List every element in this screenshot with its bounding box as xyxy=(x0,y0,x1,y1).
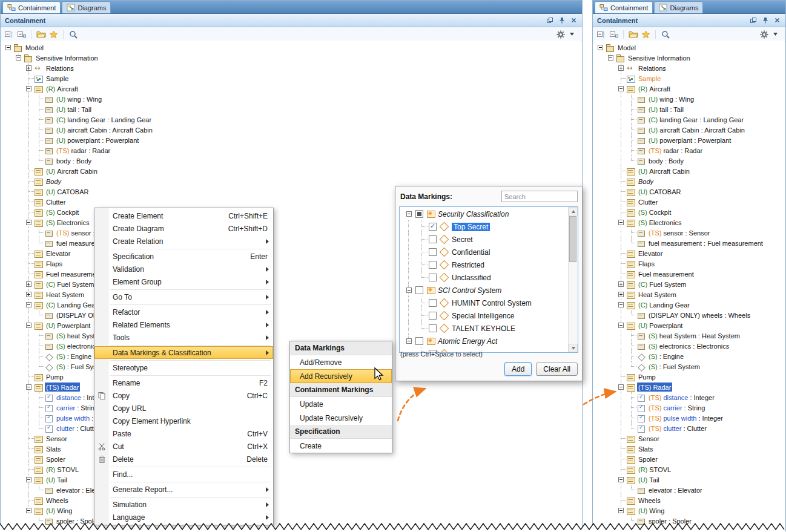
left-tree-item-r-stovl[interactable]: (R)STOVL xyxy=(1,464,581,475)
dm-item-unclassified[interactable]: Unclassified xyxy=(400,271,569,284)
right-tree-item-elevator[interactable]: elevator : Elevator xyxy=(593,485,785,495)
collapse-icon[interactable] xyxy=(26,477,31,482)
right-tree-item-body[interactable]: Body xyxy=(593,176,785,186)
right-tree-item-spoler[interactable]: spoler : Spoler xyxy=(593,516,785,526)
checkbox-empty[interactable] xyxy=(429,261,437,269)
menu-item-validation[interactable]: Validation xyxy=(94,263,273,275)
favorites-icon[interactable] xyxy=(48,29,59,40)
checkbox-empty[interactable] xyxy=(429,324,437,332)
collapse-icon[interactable] xyxy=(26,86,31,91)
collapse-icon[interactable] xyxy=(618,302,624,307)
right-tree-item-sensor[interactable]: Sensor xyxy=(593,433,785,444)
dropdown-arrow-icon[interactable] xyxy=(567,29,577,40)
right-tree-item-c-landing-gear[interactable]: (C)Landing Gear xyxy=(593,300,785,310)
right-tree-item-ts-pulse-width[interactable]: (TS)pulse width : Integer xyxy=(593,413,785,423)
submenu-item-update-recursively[interactable]: Update Recursively xyxy=(290,411,392,425)
left-tree-item-r-aircraft[interactable]: (R)Aircraft xyxy=(1,84,581,94)
float-icon[interactable] xyxy=(546,17,553,24)
dm-item-top-secret[interactable]: Top Secret xyxy=(400,220,569,233)
menu-item-create-relation[interactable]: Create Relation xyxy=(94,235,273,248)
options-icon[interactable] xyxy=(759,29,769,40)
left-tree-item-u-powerplant[interactable]: (U)powerplant : Powerplant xyxy=(1,135,581,145)
menu-item-create-diagram[interactable]: Create DiagramCtrl+Shift+D xyxy=(94,222,273,235)
collapse-icon[interactable] xyxy=(406,211,412,217)
right-tree-item-wheels[interactable]: Wheels xyxy=(593,495,785,505)
menu-item-specification[interactable]: SpecificationEnter xyxy=(94,250,273,263)
menu-item-copy-element-hyperlink[interactable]: Copy Element Hyperlink xyxy=(94,415,273,427)
pin-icon[interactable] xyxy=(761,17,769,24)
menu-item-data-markings-classification[interactable]: Data Markings & Classification xyxy=(94,346,273,359)
expand-icon[interactable] xyxy=(618,292,624,297)
expand-icon[interactable] xyxy=(26,292,31,297)
collapse-icon[interactable] xyxy=(26,384,31,390)
right-tree-item-ts-carrier[interactable]: (TS)carrier : String xyxy=(593,402,785,413)
dm-item-atomic-energy-act[interactable]: Atomic Energy Act xyxy=(400,335,569,347)
right-tree-item-sample[interactable]: Sample xyxy=(593,73,785,84)
collapse-icon[interactable] xyxy=(406,287,412,293)
right-tree-item-u-powerplant[interactable]: (U)powerplant : Powerplant xyxy=(593,135,785,145)
open-diagram-icon[interactable] xyxy=(628,29,638,40)
menu-item-generate-report[interactable]: Generate Report... xyxy=(94,483,273,496)
submenu-item-add-recursively[interactable]: Add Recursively xyxy=(290,369,392,383)
scroll-up-icon[interactable] xyxy=(569,207,578,215)
dropdown-arrow-icon[interactable] xyxy=(770,29,781,40)
collapse-icon[interactable] xyxy=(608,55,613,61)
left-tree-item-u-wing[interactable]: (U)wing : Wing xyxy=(1,94,581,104)
scroll-down-icon[interactable] xyxy=(569,344,578,352)
menu-item-go-to[interactable]: Go To xyxy=(94,291,273,303)
right-tree-item-r-aircraft[interactable]: (R)Aircraft xyxy=(593,84,785,94)
collapse-icon[interactable] xyxy=(26,302,31,307)
menu-item-copy-url[interactable]: Copy URL xyxy=(94,402,273,415)
collapse-icon[interactable] xyxy=(16,55,21,61)
menu-item-copy[interactable]: CopyCtrl+C xyxy=(94,389,273,402)
checkbox-empty[interactable] xyxy=(429,299,437,307)
menu-item-cut[interactable]: CutCtrl+X xyxy=(94,440,273,453)
scrollbar-thumb[interactable] xyxy=(569,216,576,262)
left-tree-item-body[interactable]: Body xyxy=(1,176,581,186)
collapse-selected-icon[interactable] xyxy=(609,29,619,40)
right-tree-item-ts-radar[interactable]: (TS)Radar xyxy=(593,382,785,392)
right-tree-item-heat-system[interactable]: Heat System xyxy=(593,289,785,300)
submenu-item-add-remove[interactable]: Add/Remove xyxy=(290,355,392,369)
left-tree-item-relations[interactable]: Relations xyxy=(1,63,581,73)
menu-item-tools[interactable]: Tools xyxy=(94,331,273,344)
dm-item-restricted[interactable]: Restricted xyxy=(400,258,569,271)
scrollbar[interactable] xyxy=(568,207,578,352)
favorites-icon[interactable] xyxy=(641,29,651,40)
right-tree-item-r-stovl[interactable]: (R)STOVL xyxy=(593,464,785,475)
left-tree-item-u-aircraft-cabin[interactable]: (U)Aircraft Cabin xyxy=(1,166,581,176)
left-tree-item-spoler[interactable]: Spoler xyxy=(1,454,581,464)
close-icon[interactable] xyxy=(773,17,781,24)
checkbox-empty[interactable] xyxy=(415,286,423,294)
collapse-icon[interactable] xyxy=(618,323,624,328)
collapse-icon[interactable] xyxy=(618,220,624,225)
right-tree-item-s-fuel-system[interactable]: (S): Fuel System xyxy=(593,361,785,372)
dm-item-talent-keyhole[interactable]: TALENT KEYHOLE xyxy=(400,322,569,335)
menu-item-element-group[interactable]: Element Group xyxy=(94,275,273,288)
dm-item-confidential[interactable]: Confidential xyxy=(400,246,569,258)
dm-item-secret[interactable]: Secret xyxy=(400,233,569,246)
right-tree-item-s-engine[interactable]: (S): Engine xyxy=(593,351,785,361)
menu-item-related-elements[interactable]: Related Elements xyxy=(94,318,273,331)
left-tree-item-u-tail[interactable]: (U)Tail xyxy=(1,475,581,485)
right-tree-item-u-catobar[interactable]: (U)CATOBAR xyxy=(593,186,785,197)
right-tree-item-u-tail[interactable]: (U)tail : Tail xyxy=(593,104,785,114)
right-tree-item-u-wing[interactable]: (U)Wing xyxy=(593,505,785,516)
right-tree-item-c-fuel-system[interactable]: (C)Fuel System xyxy=(593,279,785,289)
menu-item-simulation[interactable]: Simulation xyxy=(94,498,273,511)
search-icon[interactable] xyxy=(660,29,670,40)
left-tree-item-wheels[interactable]: Wheels xyxy=(1,495,581,505)
collapse-icon[interactable] xyxy=(618,477,624,482)
collapse-icon[interactable] xyxy=(618,508,624,513)
right-tree-item-spoler[interactable]: Spoler xyxy=(593,454,785,464)
right-tree-item-ts-radar[interactable]: (TS)radar : Radar xyxy=(593,145,785,156)
dm-item-special-intelligence[interactable]: Special Intelligence xyxy=(400,309,569,322)
float-icon[interactable] xyxy=(749,17,757,24)
collapse-icon[interactable] xyxy=(26,220,31,225)
left-tree-item-body[interactable]: body : Body xyxy=(1,156,581,166)
checkbox-empty[interactable] xyxy=(429,235,437,243)
options-icon[interactable] xyxy=(555,29,566,40)
right-tree-item-ts-clutter[interactable]: (TS)clutter : Clutter xyxy=(593,423,785,433)
collapse-icon[interactable] xyxy=(618,384,624,390)
left-tree-item-sensitive-information[interactable]: Sensitive Information xyxy=(1,53,581,63)
